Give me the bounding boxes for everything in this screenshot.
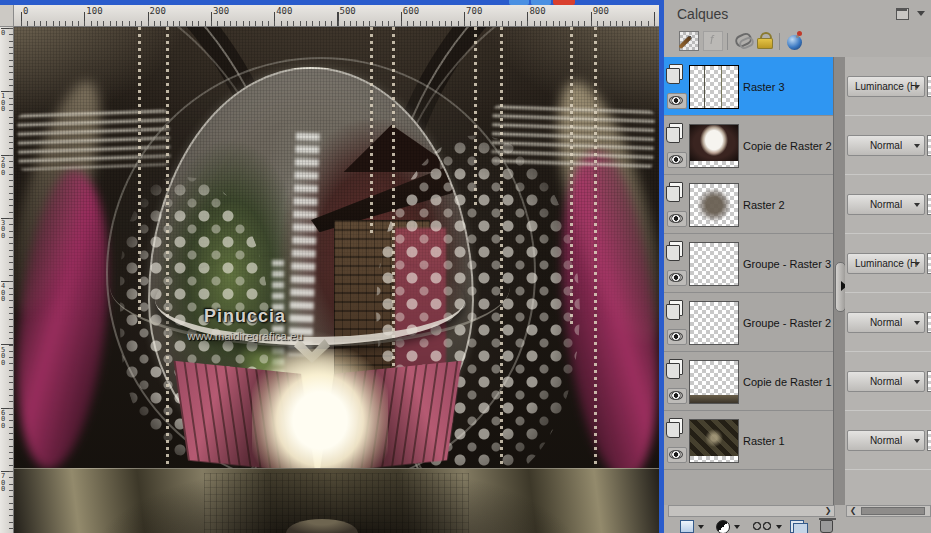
h-ruler-label: 400 [276,6,292,16]
blend-mode-dropdown[interactable]: Normal [847,135,925,156]
hanging-chain [570,27,573,327]
mask-layer-icon[interactable] [752,520,772,532]
visibility-toggle[interactable] [667,329,687,345]
visibility-toggle[interactable] [667,93,687,109]
blend-mode-dropdown[interactable]: Luminance (H) [847,76,925,97]
visibility-toggle[interactable] [667,152,687,168]
scroll-left-arrow-icon[interactable]: ❮ [847,506,859,516]
raster-layer-icon [669,241,683,257]
layer-link-chip[interactable] [927,371,931,392]
layer-link-chip[interactable] [927,253,931,274]
chevron-down-icon [914,262,920,266]
visibility-toggle[interactable] [667,211,687,227]
v-ruler-label: 200 [1,157,8,177]
watermark-url: www.maidiregrafica.eu [145,330,345,342]
toolbar-separator [779,33,780,50]
h-ruler: 0100200300400500600700800900 [14,5,659,27]
layer-row[interactable]: Copie de Raster 1 [664,352,833,411]
visibility-toggle[interactable] [667,270,687,286]
v-ruler-label: 500 [1,347,8,367]
layers-blend-pane: Luminance (H) Normal Normal Luminance (H… [845,57,931,505]
v-ruler-label: 700 [1,473,8,493]
link-layers-icon[interactable] [733,31,753,51]
hanging-chain [500,27,503,497]
layer-thumbnail[interactable] [689,301,739,345]
v-ruler-label: 300 [1,220,8,240]
mask-arrow-icon[interactable] [776,525,782,529]
layer-link-chip[interactable] [927,194,931,215]
hanging-chain [594,27,597,467]
blend-row: Luminance (H) [845,234,931,293]
eye-icon [669,96,683,105]
watermark-title: Pinuccia [145,306,345,327]
h-ruler-label: 600 [403,6,419,16]
layer-group-icon[interactable] [790,520,804,533]
image-canvas[interactable]: Pinuccia www.maidiregrafica.eu [14,27,659,533]
layers-panel: Calques Raster 3 [664,0,931,533]
blend-mode-dropdown[interactable]: Normal [847,312,925,333]
layer-link-chip[interactable] [927,135,931,156]
new-layer-arrow-icon[interactable] [698,525,704,529]
layer-thumbnail[interactable] [689,419,739,463]
layer-thumbnail[interactable] [689,65,739,109]
blend-mode-dropdown[interactable]: Normal [847,371,925,392]
hanging-chain [370,27,373,237]
layer-row[interactable]: Groupe - Raster 2 [664,293,833,352]
layer-row[interactable]: Raster 2 [664,175,833,234]
layer-row[interactable]: Raster 3 [664,57,833,116]
visibility-toggle[interactable] [667,388,687,404]
blend-row: Normal [845,411,931,470]
panel-menu-arrow-icon[interactable] [917,11,925,16]
v-ruler-label: 600 [1,410,8,430]
layer-row[interactable]: Raster 1 [664,411,833,470]
layer-name: Raster 2 [743,199,785,211]
delete-layer-icon[interactable] [820,520,833,533]
dock-window-icon[interactable] [896,8,909,20]
edit-selection-brush-icon[interactable] [679,31,699,51]
h-ruler-label: 0 [23,6,28,16]
layer-name: Raster 3 [743,81,785,93]
layer-row[interactable]: Groupe - Raster 3 [664,234,833,293]
blend-mode-dropdown[interactable]: Normal [847,194,925,215]
chevron-down-icon [914,321,920,325]
blend-mode-dropdown[interactable]: Luminance (H) [847,253,925,274]
left-pane-hscrollbar[interactable]: ❯ [668,505,835,517]
layer-link-chip[interactable] [927,430,931,451]
layer-thumbnail[interactable] [689,360,739,404]
layers-name-pane: Raster 3 Copie de Raster 2 Raster 2 [664,57,833,505]
h-ruler-label: 200 [150,6,166,16]
h-ruler-label: 500 [340,6,356,16]
eye-icon [669,273,683,282]
raster-layer-icon [669,64,683,80]
layers-panel-header[interactable]: Calques [664,0,931,28]
layer-thumbnail[interactable] [689,183,739,227]
v-ruler-label: 100 [1,93,8,113]
adjustment-arrow-icon[interactable] [734,525,740,529]
h-ruler-label: 300 [213,6,229,16]
layer-thumbnail[interactable] [689,124,739,168]
new-layer-icon[interactable] [680,520,694,533]
chevron-down-icon [914,380,920,384]
layer-row[interactable]: Copie de Raster 2 [664,116,833,175]
chevron-down-icon [914,203,920,207]
visibility-toggle[interactable] [667,447,687,463]
layers-bottom-toolbar [664,518,931,533]
lock-transparency-icon[interactable] [755,31,775,51]
raster-layer-icon [669,359,683,375]
raster-layer-icon [669,300,683,316]
blend-row: Normal [845,175,931,234]
v-ruler: 0100200300400500600700 [0,27,14,533]
layer-link-chip[interactable] [927,76,931,97]
right-pane-hscrollbar[interactable]: ❮ [846,505,931,517]
pane-splitter-scrollbar[interactable] [833,57,845,505]
blend-row: Normal [845,293,931,352]
hanging-chain [474,27,477,207]
blend-mode-dropdown[interactable]: Normal [847,430,925,451]
layers-list-area: Raster 3 Copie de Raster 2 Raster 2 [664,57,931,505]
hscroll-thumb[interactable] [861,507,925,515]
layer-link-chip[interactable] [927,312,931,333]
adjustment-layer-icon[interactable] [716,520,730,533]
highlight-sphere-icon[interactable] [785,31,805,51]
scroll-right-arrow-icon[interactable]: ❯ [822,506,834,516]
layer-thumbnail[interactable] [689,242,739,286]
